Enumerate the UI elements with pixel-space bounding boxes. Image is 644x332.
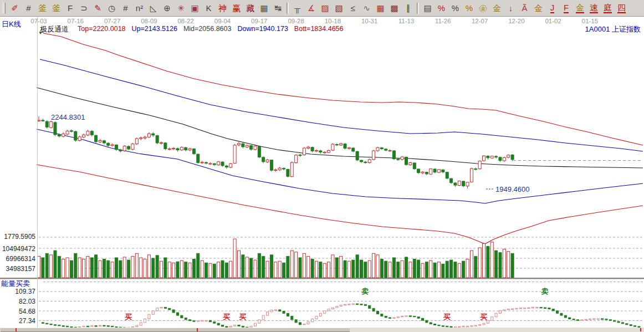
toolbar-button-gold-pot-icon-2[interactable]: 釜 — [49, 2, 63, 15]
toolbar-button-drop-marker-icon[interactable]: ↓ — [504, 2, 518, 15]
toolbar-button-draw-pen-icon[interactable]: ✐ — [8, 2, 22, 15]
symbol-label[interactable]: 1A0001 上证指数 — [585, 24, 641, 34]
speed-slope-icon: 速 — [590, 3, 598, 13]
indicator-mark — [564, 315, 566, 318]
volume-bar — [192, 259, 195, 278]
j-slope-icon: J — [550, 3, 555, 13]
toolbar-button-four-slope-icon[interactable]: 四 — [615, 2, 628, 15]
candle-body — [462, 181, 465, 186]
toolbar-button-gold-slope-icon[interactable]: 金 — [573, 2, 587, 15]
indicator-mark — [189, 320, 191, 321]
volume-bar — [86, 256, 89, 278]
toolbar-button-percent-line-icon[interactable]: % — [462, 2, 476, 15]
x-axis-label: 07-03 — [27, 18, 51, 24]
toolbar-button-a-wave-icon[interactable]: Ã — [518, 2, 531, 15]
toolbar-button-shaded-box-icon-1[interactable]: ▨ — [318, 2, 332, 15]
candle-body — [287, 169, 289, 176]
volume-bar — [433, 263, 436, 278]
toolbar-button-ying-icon[interactable]: 赢 — [229, 2, 243, 15]
x-axis-label: 01-15 — [578, 18, 602, 24]
volume-bar — [356, 255, 359, 278]
toolbar-button-tally-icon[interactable]: # — [119, 2, 132, 15]
toolbar-button-ledger-icon[interactable]: ▤ — [421, 2, 435, 15]
candle-body — [160, 142, 163, 143]
toolbar-button-f-fence-icon[interactable]: F — [63, 2, 77, 15]
toolbar-button-f-slope-icon[interactable]: F — [559, 2, 573, 15]
toolbar-button-j-slope-icon[interactable]: J — [545, 2, 559, 15]
toolbar-button-gold-underline-icon[interactable]: 金 — [531, 2, 545, 15]
gold-underline-icon: 金 — [534, 4, 543, 12]
toolbar-button-shaded-box-icon-2[interactable]: ▧ — [332, 2, 346, 15]
candle-body — [242, 144, 244, 147]
volume-bar — [54, 251, 57, 278]
toolbar-button-red-grid-icon[interactable]: ▦ — [374, 2, 387, 15]
volume-bar — [450, 260, 453, 278]
toolbar-button-gold-lines-icon[interactable]: 金 — [490, 2, 504, 15]
toolbar-button-parallel-lines-icon[interactable]: ∥ — [401, 2, 415, 15]
scale-label: 69966314 — [0, 255, 35, 263]
indicator-mark — [560, 313, 563, 315]
indicator-mark — [544, 308, 546, 308]
channel-indicator-label[interactable]: 极反通道 — [40, 24, 69, 34]
x-axis-label: 10-18 — [320, 18, 345, 24]
toolbar-button-k-quote-icon[interactable]: K — [202, 2, 216, 15]
toolbar-button-width-measure-icon[interactable]: ↹ — [271, 2, 285, 15]
scrollbar-thumb[interactable] — [1, 328, 350, 332]
x-axis-label: 09-17 — [247, 18, 272, 24]
volume-bar — [242, 255, 244, 278]
candle-body — [127, 146, 130, 149]
toolbar-button-ruler-triangle-icon[interactable]: ◺ — [146, 2, 160, 15]
toolbar-button-gann-fan-icon[interactable]: ∡ — [304, 2, 318, 15]
toolbar-button-court-slope-icon[interactable]: 庭 — [601, 2, 615, 15]
horizontal-scrollbar[interactable] — [0, 328, 644, 332]
toolbar-grip[interactable] — [3, 3, 6, 14]
indicator-mark — [389, 318, 391, 318]
toolbar-button-shen-icon[interactable]: 神 — [216, 2, 229, 15]
toolbar-button-n-squared-icon[interactable]: n² — [132, 2, 146, 15]
toolbar-button-fence-icon[interactable]: # — [22, 2, 35, 15]
toolbar-button-percent-red-icon[interactable]: % — [435, 2, 448, 15]
candle-body — [66, 131, 69, 134]
toolbar-button-gold-circle-icon[interactable]: ㊎ — [476, 2, 490, 15]
toolbar-button-star-grid-icon[interactable]: ✳ — [174, 2, 188, 15]
toolbar-button-hook-fence-icon[interactable]: ⊃ — [77, 2, 91, 15]
toolbar-button-anchor-grid-icon[interactable]: ╥ — [290, 2, 304, 15]
star-grid-icon: ✳ — [177, 4, 185, 12]
volume-bar — [328, 262, 330, 278]
buy-signal-label: 买 — [223, 313, 230, 321]
toolbar-button-gold-pot-icon-1[interactable]: 釜 — [35, 2, 49, 15]
red-grid-icon: ▦ — [376, 4, 384, 12]
toolbar-button-dense-grid-icon[interactable]: ▦ — [257, 2, 271, 15]
gold-pot-icon-1: 釜 — [38, 4, 47, 12]
channel-value: Mid=2056.8603 — [183, 25, 232, 33]
toolbar-button-compass-icon[interactable]: ⊕ — [160, 2, 174, 15]
toolbar-button-speed-slope-icon[interactable]: 速 — [587, 2, 601, 15]
indicator-mark — [540, 307, 542, 308]
volume-bar — [462, 261, 465, 278]
toolbar-button-clock-fence-icon[interactable]: ◷ — [105, 2, 119, 15]
candle-body — [274, 170, 277, 170]
toolbar-button-pen-ruler-icon[interactable]: ✎ — [91, 2, 105, 15]
toolbar-button-dark-grid-icon[interactable]: ▩ — [387, 2, 401, 15]
volume-bar — [319, 262, 322, 278]
indicator-mark — [99, 325, 101, 326]
gold-circle-icon: ㊎ — [479, 4, 487, 12]
volume-bar — [274, 262, 277, 278]
volume-bar — [507, 252, 510, 278]
chart-canvas[interactable]: 买买买买买卖卖 — [0, 0, 644, 332]
candle-body — [38, 120, 40, 121]
volume-bar — [237, 251, 240, 278]
shen-icon: 神 — [218, 4, 227, 12]
period-label[interactable]: 日K线 — [2, 19, 21, 29]
volume-bar — [90, 258, 93, 278]
toolbar-button-wave-icon[interactable]: ∿ — [360, 2, 374, 15]
indicator-mark — [630, 325, 632, 326]
gold-slope-icon: 金 — [576, 3, 584, 13]
candle-body — [454, 183, 457, 185]
toolbar-button-percent-icon[interactable]: % — [448, 2, 462, 15]
candle-body — [430, 169, 432, 175]
toolbar-button-square-grid-icon[interactable]: ▣ — [188, 2, 202, 15]
toolbar-button-angle-lines-icon[interactable]: ≤ — [346, 2, 360, 15]
toolbar-button-cang-icon[interactable]: 藏 — [243, 2, 257, 15]
candle-body — [50, 122, 53, 128]
